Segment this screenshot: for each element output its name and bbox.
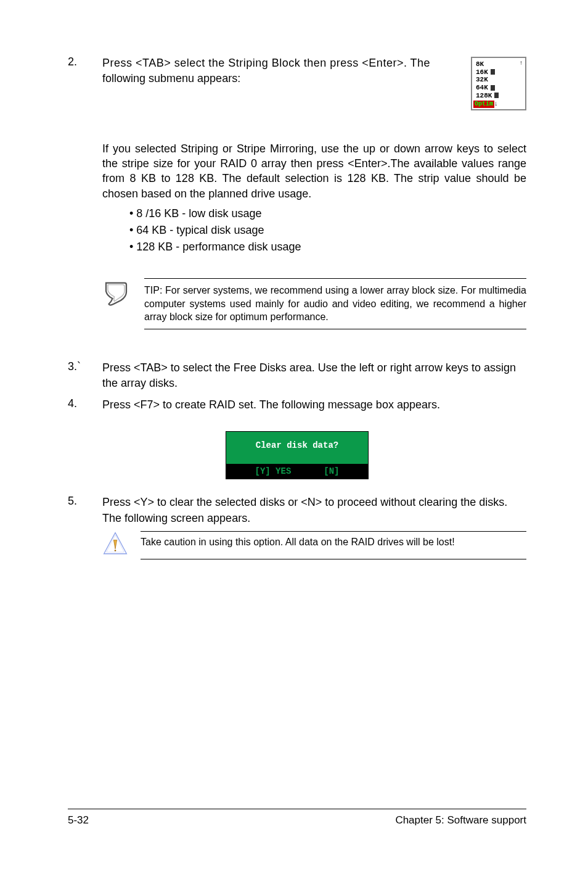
scrollbar-block	[491, 69, 495, 75]
stripe-size-paragraph: If you selected Striping or Stripe Mirro…	[102, 141, 526, 201]
step-number: 4.	[68, 397, 83, 413]
chapter-title: Chapter 5: Software support	[395, 814, 526, 827]
svg-point-2	[115, 550, 116, 551]
page-number: 5-32	[68, 814, 89, 827]
submenu-item: 64K	[476, 84, 488, 92]
step3-text: Press <TAB> to select the Free Disks are…	[102, 360, 526, 391]
bullet-item: 128 KB - performance disk usage	[129, 241, 526, 254]
step-number: 2.	[68, 56, 83, 86]
note-icon	[102, 278, 132, 310]
page-footer: 5-32 Chapter 5: Software support	[68, 809, 526, 827]
submenu-item-selected: Optim	[473, 101, 494, 108]
dialog-no-option: [N]	[324, 466, 339, 476]
usage-bullets: 8 /16 KB - low disk usage 64 KB - typica…	[129, 207, 526, 254]
tip-text: TIP: For server systems, we recommend us…	[144, 278, 526, 329]
arrow-up-icon: ↑	[520, 59, 523, 67]
step5-text: Press <Y> to clear the selected disks or…	[102, 495, 526, 526]
dialog-title: Clear disk data?	[226, 432, 368, 464]
submenu-item: 16K	[476, 68, 488, 76]
step2-text: Press <TAB> select the Striping Block th…	[102, 56, 446, 86]
bullet-item: 64 KB - typical disk usage	[129, 224, 526, 237]
arrow-down-icon: ↓	[494, 99, 498, 107]
submenu-item: 32K	[476, 76, 488, 84]
submenu-item: 8K	[476, 60, 484, 68]
stripe-size-submenu: ↑ 8K 16K 32K 64K 128K Optim ↓	[471, 57, 526, 110]
clear-disk-dialog: Clear disk data? [Y] YES [N]	[226, 431, 369, 479]
caution-icon	[102, 531, 128, 559]
scrollbar-block	[491, 85, 495, 91]
step4-text: Press <F7> to create RAID set. The follo…	[102, 397, 526, 413]
step-number: 3.`	[68, 360, 83, 391]
submenu-item: 128K	[476, 92, 492, 100]
scrollbar-block	[494, 93, 499, 98]
bullet-item: 8 /16 KB - low disk usage	[129, 207, 526, 220]
step2-text-a: Press <TAB> select the Striping Block th…	[102, 57, 430, 69]
step2-text-b: following submenu appears:	[102, 72, 240, 85]
caution-text: Take caution in using this option. All d…	[141, 531, 526, 559]
step-number: 5.	[68, 495, 83, 526]
dialog-yes-option: [Y] YES	[255, 466, 291, 476]
